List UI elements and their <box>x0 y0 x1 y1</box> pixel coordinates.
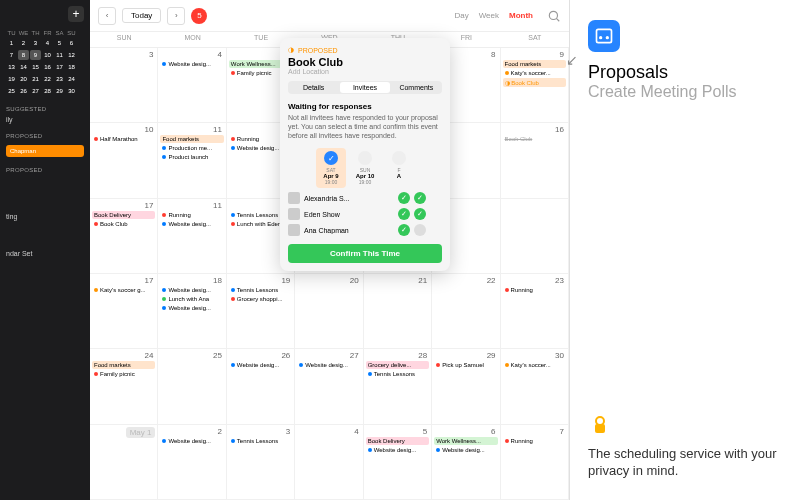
event[interactable]: Food markets <box>503 60 566 68</box>
event[interactable]: Website desig... <box>229 361 292 369</box>
confirm-time-button[interactable]: Confirm This Time <box>288 244 442 263</box>
time-option[interactable]: SUNApr 1019:00 <box>350 148 380 188</box>
popover-tabs: DetailsInviteesComments <box>288 81 442 94</box>
day-cell[interactable]: 29Pick up Samuel <box>432 349 500 424</box>
event[interactable]: Katy's soccer... <box>503 361 566 369</box>
day-cell[interactable]: 4 <box>295 425 363 500</box>
mini-calendar[interactable]: TUWETHFRSASU 123456789101112131415161718… <box>6 30 84 96</box>
event[interactable]: Grocery shoppi... <box>229 295 292 303</box>
day-cell[interactable]: 27Website desig... <box>295 349 363 424</box>
event[interactable]: Website desig... <box>297 361 360 369</box>
event[interactable]: Website desig... <box>160 220 223 228</box>
day-cell[interactable]: 5Book DeliveryWebsite desig... <box>364 425 432 500</box>
day-cell[interactable]: 2Website desig... <box>158 425 226 500</box>
day-cell[interactable]: 3Tennis Lessons <box>227 425 295 500</box>
event[interactable]: Food markets <box>160 135 223 143</box>
day-cell[interactable]: 17Book DeliveryBook Club <box>90 199 158 274</box>
day-cell[interactable]: 20 <box>295 274 363 349</box>
day-cell[interactable]: 3 <box>90 48 158 123</box>
proposals-icon <box>588 20 620 52</box>
sidebar: + TUWETHFRSASU 1234567891011121314151617… <box>0 0 90 500</box>
event[interactable]: Half Marathon <box>92 135 155 143</box>
search-icon[interactable] <box>547 9 561 23</box>
day-cell[interactable]: 4Website desig... <box>158 48 226 123</box>
event[interactable]: Website desig... <box>160 286 223 294</box>
time-option[interactable]: ✓SATApr 919:00 <box>316 148 346 188</box>
event[interactable]: Tennis Lessons <box>366 370 429 378</box>
invitee-row: Eden Show✓✓ <box>288 208 442 220</box>
sidebar-meeting[interactable]: ting <box>6 213 84 220</box>
event[interactable]: Website desig... <box>160 60 223 68</box>
notification-badge[interactable]: 5 <box>191 8 207 24</box>
view-tabs: DayWeekMonth <box>454 11 533 20</box>
day-cell[interactable]: 9Food marketsKaty's soccer...◑ Book Club <box>501 48 569 123</box>
day-cell[interactable]: May 1 <box>90 425 158 500</box>
sidebar-proposed-item[interactable]: Chapman <box>6 145 84 157</box>
event[interactable]: Website desig... <box>160 437 223 445</box>
day-cell[interactable]: 10Half Marathon <box>90 123 158 198</box>
sidebar-suggested-item[interactable]: ily <box>6 116 84 123</box>
event[interactable]: Running <box>160 211 223 219</box>
event[interactable]: Website desig... <box>434 446 497 454</box>
avatar <box>288 224 300 236</box>
event[interactable]: Lunch with Ana <box>160 295 223 303</box>
add-event-button[interactable]: + <box>68 6 84 22</box>
event[interactable]: Pick up Samuel <box>434 361 497 369</box>
event-popover: ◑PROPOSED Book Club Add Location Details… <box>280 38 450 271</box>
event[interactable]: Website desig... <box>160 304 223 312</box>
day-cell[interactable]: 7Running <box>501 425 569 500</box>
event[interactable]: Family picnic <box>92 370 155 378</box>
event[interactable]: Tennis Lessons <box>229 437 292 445</box>
day-cell[interactable]: 19Tennis LessonsGrocery shoppi... <box>227 274 295 349</box>
promo-tagline: The scheduling service with your privacy… <box>588 445 782 480</box>
day-cell[interactable]: 11RunningWebsite desig... <box>158 199 226 274</box>
view-tab-month[interactable]: Month <box>509 11 533 20</box>
event[interactable]: Grocery delive... <box>366 361 429 369</box>
avatar <box>288 192 300 204</box>
prev-button[interactable]: ‹ <box>98 7 116 25</box>
day-cell[interactable]: 6Work Wellness...Website desig... <box>432 425 500 500</box>
day-cell[interactable]: 16Book Club <box>501 123 569 198</box>
event[interactable]: Book Club <box>92 220 155 228</box>
day-cell[interactable]: 21 <box>364 274 432 349</box>
event[interactable]: Running <box>503 286 566 294</box>
calendar-set[interactable]: ndar Set <box>6 250 84 257</box>
event[interactable]: Production me... <box>160 144 223 152</box>
day-cell[interactable]: 30Katy's soccer... <box>501 349 569 424</box>
day-cell[interactable]: 17Katy's soccer g... <box>90 274 158 349</box>
day-cell[interactable] <box>501 199 569 274</box>
today-button[interactable]: Today <box>122 8 161 23</box>
day-cell[interactable]: 23Running <box>501 274 569 349</box>
popover-tab-comments[interactable]: Comments <box>392 82 441 93</box>
day-cell[interactable]: 28Grocery delive...Tennis Lessons <box>364 349 432 424</box>
event[interactable]: Work Wellness... <box>434 437 497 445</box>
day-cell[interactable]: 24Food marketsFamily picnic <box>90 349 158 424</box>
event[interactable]: Book Delivery <box>366 437 429 445</box>
event[interactable]: Katy's soccer g... <box>92 286 155 294</box>
event[interactable]: Running <box>503 437 566 445</box>
time-option[interactable]: FA <box>384 148 414 188</box>
day-cell[interactable]: 11Food marketsProduction me...Product la… <box>158 123 226 198</box>
day-cell[interactable]: 22 <box>432 274 500 349</box>
event[interactable]: Katy's soccer... <box>503 69 566 77</box>
time-options: ✓SATApr 919:00SUNApr 1019:00FA <box>288 148 442 188</box>
next-button[interactable]: › <box>167 7 185 25</box>
add-location-link[interactable]: Add Location <box>288 68 442 75</box>
event[interactable]: Tennis Lessons <box>229 286 292 294</box>
popover-tab-invitees[interactable]: Invitees <box>340 82 389 93</box>
invitee-row: Ana Chapman✓ <box>288 224 442 236</box>
event[interactable]: Book Club <box>503 135 566 143</box>
event[interactable]: Food markets <box>92 361 155 369</box>
event[interactable]: Product launch <box>160 153 223 161</box>
svg-point-0 <box>549 11 557 19</box>
view-tab-day[interactable]: Day <box>454 11 468 20</box>
day-cell[interactable]: 18Website desig...Lunch with AnaWebsite … <box>158 274 226 349</box>
view-tab-week[interactable]: Week <box>479 11 499 20</box>
svg-line-1 <box>556 18 559 21</box>
event[interactable]: ◑ Book Club <box>503 78 566 87</box>
event[interactable]: Website desig... <box>366 446 429 454</box>
popover-tab-details[interactable]: Details <box>289 82 338 93</box>
day-cell[interactable]: 26Website desig... <box>227 349 295 424</box>
event[interactable]: Book Delivery <box>92 211 155 219</box>
day-cell[interactable]: 25 <box>158 349 226 424</box>
